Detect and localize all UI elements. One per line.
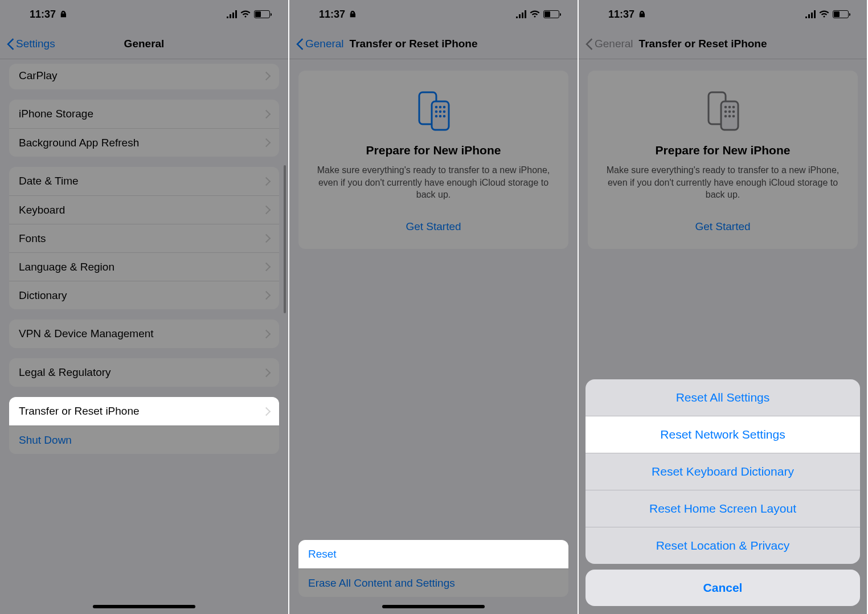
- row-label: Keyboard: [19, 204, 65, 216]
- option-reset-home-screen-layout[interactable]: Reset Home Screen Layout: [586, 490, 860, 527]
- row-vpn-device-management[interactable]: VPN & Device Management: [9, 320, 279, 348]
- row-label: CarPlay: [19, 69, 58, 82]
- prepare-heading: Prepare for New iPhone: [312, 144, 555, 157]
- svg-point-13: [724, 106, 727, 109]
- scroll-indicator: [284, 165, 286, 313]
- chevron-left-icon: [586, 38, 593, 50]
- back-label: General: [305, 38, 344, 50]
- option-label: Reset Keyboard Dictionary: [652, 465, 794, 478]
- chevron-right-icon: [264, 407, 269, 416]
- chevron-right-icon: [264, 138, 269, 147]
- svg-point-21: [732, 115, 735, 118]
- chevron-right-icon: [264, 177, 269, 186]
- row-erase-all-content[interactable]: Erase All Content and Settings: [298, 568, 568, 597]
- screen-2-transfer-or-reset: 11:37 🔒︎ General Transfer or Reset iPhon…: [289, 0, 579, 614]
- reset-action-sheet: Reset All Settings Reset Network Setting…: [579, 379, 867, 614]
- chevron-right-icon: [264, 263, 269, 271]
- row-label: Erase All Content and Settings: [308, 577, 455, 590]
- settings-list[interactable]: CarPlay iPhone Storage Background App Re…: [0, 64, 288, 454]
- cancel-button[interactable]: Cancel: [586, 570, 860, 606]
- svg-point-6: [439, 110, 442, 113]
- screen-1-general-settings: 11:37 🔒︎ Settings General CarPlay iPhon: [0, 0, 289, 614]
- row-label: Reset: [308, 548, 337, 560]
- row-label: Fonts: [19, 232, 46, 245]
- option-label: Reset Network Settings: [660, 428, 785, 441]
- back-label: General: [595, 38, 633, 50]
- transfer-phones-icon: [601, 88, 844, 132]
- option-reset-network-settings[interactable]: Reset Network Settings: [586, 416, 860, 453]
- row-shut-down[interactable]: Shut Down: [9, 425, 279, 454]
- option-reset-all-settings[interactable]: Reset All Settings: [586, 379, 860, 416]
- option-label: Reset Home Screen Layout: [649, 502, 796, 515]
- wifi-icon: [819, 10, 829, 19]
- cancel-label: Cancel: [703, 581, 743, 594]
- page-title: Transfer or Reset iPhone: [350, 38, 478, 50]
- row-label: Transfer or Reset iPhone: [19, 405, 140, 417]
- prepare-body: Make sure everything's ready to transfer…: [312, 164, 555, 201]
- option-label: Reset Location & Privacy: [656, 539, 790, 552]
- back-button-general[interactable]: General: [296, 38, 344, 50]
- status-time: 11:37: [13, 9, 56, 21]
- lock-icon: 🔒︎: [349, 10, 357, 19]
- prepare-body: Make sure everything's ready to transfer…: [601, 164, 844, 201]
- cellular-icon: [227, 10, 237, 18]
- cellular-icon: [805, 10, 816, 18]
- chevron-right-icon: [264, 72, 269, 80]
- svg-point-14: [728, 106, 731, 109]
- chevron-right-icon: [264, 234, 269, 243]
- prepare-heading: Prepare for New iPhone: [601, 144, 844, 157]
- lock-icon: 🔒︎: [638, 10, 646, 19]
- row-date-time[interactable]: Date & Time: [9, 167, 279, 195]
- row-label: Language & Region: [19, 261, 114, 273]
- nav-header: General Transfer or Reset iPhone: [289, 28, 578, 59]
- row-background-app-refresh[interactable]: Background App Refresh: [9, 128, 279, 157]
- get-started-button[interactable]: Get Started: [601, 215, 844, 239]
- row-label: iPhone Storage: [19, 108, 93, 120]
- back-label: Settings: [16, 38, 55, 50]
- row-label: Date & Time: [19, 175, 79, 187]
- get-started-button[interactable]: Get Started: [312, 215, 555, 239]
- battery-icon: [833, 10, 849, 18]
- chevron-right-icon: [264, 369, 269, 377]
- status-bar: 11:37 🔒︎: [579, 0, 867, 28]
- back-button-settings[interactable]: Settings: [7, 38, 55, 50]
- svg-point-3: [439, 106, 442, 109]
- status-time: 11:37: [302, 9, 345, 21]
- battery-icon: [254, 10, 270, 18]
- row-language-region[interactable]: Language & Region: [9, 252, 279, 281]
- option-label: Reset All Settings: [676, 391, 770, 404]
- row-label: VPN & Device Management: [19, 328, 154, 340]
- row-carplay[interactable]: CarPlay: [9, 64, 279, 89]
- chevron-left-icon: [296, 38, 304, 50]
- svg-point-20: [728, 115, 731, 118]
- row-label: Dictionary: [19, 289, 67, 302]
- option-reset-location-privacy[interactable]: Reset Location & Privacy: [586, 527, 860, 564]
- nav-header: Settings General: [0, 28, 288, 59]
- svg-point-18: [732, 110, 735, 113]
- row-keyboard[interactable]: Keyboard: [9, 195, 279, 224]
- svg-point-16: [724, 110, 727, 113]
- home-indicator[interactable]: [382, 605, 485, 608]
- wifi-icon: [530, 10, 540, 19]
- row-legal-regulatory[interactable]: Legal & Regulatory: [9, 358, 279, 387]
- row-reset[interactable]: Reset: [298, 540, 568, 568]
- transfer-phones-icon: [312, 88, 555, 132]
- row-transfer-or-reset-iphone[interactable]: Transfer or Reset iPhone: [9, 397, 279, 425]
- row-label: Background App Refresh: [19, 137, 139, 149]
- svg-point-10: [443, 115, 446, 118]
- svg-point-4: [443, 106, 446, 109]
- row-iphone-storage[interactable]: iPhone Storage: [9, 100, 279, 128]
- row-fonts[interactable]: Fonts: [9, 224, 279, 252]
- option-reset-keyboard-dictionary[interactable]: Reset Keyboard Dictionary: [586, 453, 860, 490]
- screen-3-reset-action-sheet: 11:37 🔒︎ General Transfer or Reset iPhon…: [579, 0, 868, 614]
- lock-icon: 🔒︎: [59, 10, 67, 19]
- wifi-icon: [240, 10, 251, 19]
- back-button-general-disabled: General: [586, 38, 633, 50]
- chevron-right-icon: [264, 206, 269, 214]
- nav-header: General Transfer or Reset iPhone: [579, 28, 867, 59]
- row-label: Legal & Regulatory: [19, 366, 111, 379]
- chevron-left-icon: [7, 38, 15, 50]
- home-indicator[interactable]: [93, 605, 195, 608]
- row-dictionary[interactable]: Dictionary: [9, 281, 279, 309]
- svg-point-15: [732, 106, 735, 109]
